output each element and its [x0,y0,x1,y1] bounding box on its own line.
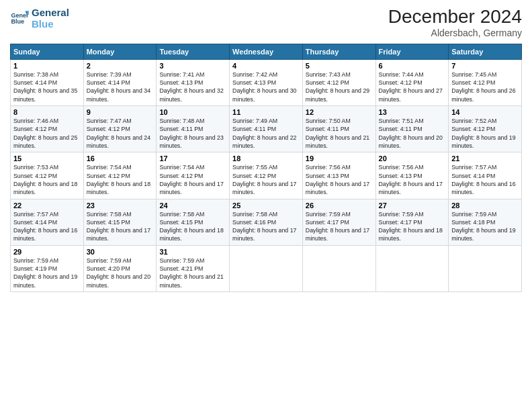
day-info: Sunrise: 7:44 AMSunset: 4:12 PMDaylight:… [379,71,443,103]
day-number: 4 [232,62,300,70]
day-cell: 16Sunrise: 7:54 AMSunset: 4:12 PMDayligh… [83,152,157,199]
day-number: 2 [87,62,154,70]
day-info: Sunrise: 7:39 AMSunset: 4:14 PMDaylight:… [87,71,150,103]
day-info: Sunrise: 7:58 AMSunset: 4:16 PMDaylight:… [232,211,296,242]
day-cell: 8Sunrise: 7:46 AMSunset: 4:12 PMDaylight… [11,106,84,152]
day-info: Sunrise: 7:54 AMSunset: 4:12 PMDaylight:… [87,164,150,195]
day-cell: 1Sunrise: 7:38 AMSunset: 4:14 PMDaylight… [11,59,84,105]
day-number: 5 [306,62,373,70]
day-info: Sunrise: 7:57 AMSunset: 4:14 PMDaylight:… [451,164,515,195]
day-info: Sunrise: 7:47 AMSunset: 4:12 PMDaylight:… [87,118,150,149]
day-number: 7 [451,62,519,70]
day-cell [302,245,375,291]
day-number: 24 [159,201,226,210]
day-number: 28 [451,201,519,210]
day-cell: 4Sunrise: 7:42 AMSunset: 4:13 PMDaylight… [230,59,303,105]
day-info: Sunrise: 7:54 AMSunset: 4:12 PMDaylight:… [159,164,223,195]
day-number: 6 [379,62,446,70]
day-number: 1 [13,62,81,70]
day-number: 10 [159,108,226,116]
day-cell [375,245,449,291]
day-cell [449,245,522,291]
day-info: Sunrise: 7:55 AMSunset: 4:12 PMDaylight:… [232,164,296,195]
day-cell: 9Sunrise: 7:47 AMSunset: 4:12 PMDaylight… [83,106,157,152]
main-title: December 2024 [388,7,522,28]
day-info: Sunrise: 7:45 AMSunset: 4:12 PMDaylight:… [451,71,515,103]
day-info: Sunrise: 7:38 AMSunset: 4:14 PMDaylight:… [13,71,77,103]
day-number: 12 [306,108,373,116]
day-number: 25 [232,201,300,210]
day-info: Sunrise: 7:59 AMSunset: 4:19 PMDaylight:… [13,257,77,289]
day-info: Sunrise: 7:50 AMSunset: 4:11 PMDaylight:… [306,118,369,149]
week-row-1: 1Sunrise: 7:38 AMSunset: 4:14 PMDaylight… [11,59,522,105]
day-cell: 25Sunrise: 7:58 AMSunset: 4:16 PMDayligh… [230,199,303,245]
calendar-table: SundayMondayTuesdayWednesdayThursdayFrid… [10,44,522,292]
day-info: Sunrise: 7:58 AMSunset: 4:15 PMDaylight:… [159,211,223,242]
day-info: Sunrise: 7:59 AMSunset: 4:21 PMDaylight:… [159,257,223,289]
header-row: SundayMondayTuesdayWednesdayThursdayFrid… [11,44,522,59]
day-number: 23 [87,201,154,210]
day-number: 16 [87,154,154,163]
day-cell: 2Sunrise: 7:39 AMSunset: 4:14 PMDaylight… [83,59,157,105]
header-thursday: Thursday [302,44,375,59]
day-cell: 27Sunrise: 7:59 AMSunset: 4:17 PMDayligh… [375,199,449,245]
day-info: Sunrise: 7:46 AMSunset: 4:12 PMDaylight:… [13,118,77,149]
day-cell: 22Sunrise: 7:57 AMSunset: 4:14 PMDayligh… [11,199,84,245]
week-row-5: 29Sunrise: 7:59 AMSunset: 4:19 PMDayligh… [11,245,522,291]
day-cell: 24Sunrise: 7:58 AMSunset: 4:15 PMDayligh… [157,199,230,245]
week-row-2: 8Sunrise: 7:46 AMSunset: 4:12 PMDaylight… [11,106,522,152]
day-info: Sunrise: 7:58 AMSunset: 4:15 PMDaylight:… [87,211,150,242]
day-cell: 7Sunrise: 7:45 AMSunset: 4:12 PMDaylight… [449,59,522,105]
day-cell: 6Sunrise: 7:44 AMSunset: 4:12 PMDaylight… [375,59,449,105]
day-number: 15 [13,154,81,163]
day-number: 19 [306,154,373,163]
day-info: Sunrise: 7:42 AMSunset: 4:13 PMDaylight:… [232,71,296,103]
day-cell: 3Sunrise: 7:41 AMSunset: 4:13 PMDaylight… [157,59,230,105]
week-row-3: 15Sunrise: 7:53 AMSunset: 4:12 PMDayligh… [11,152,522,199]
header: General Blue General Blue December 2024 … [10,7,522,38]
day-cell: 11Sunrise: 7:49 AMSunset: 4:11 PMDayligh… [230,106,303,152]
day-cell: 5Sunrise: 7:43 AMSunset: 4:12 PMDaylight… [302,59,375,105]
day-cell: 20Sunrise: 7:56 AMSunset: 4:13 PMDayligh… [375,152,449,199]
header-wednesday: Wednesday [230,44,303,59]
day-number: 31 [159,248,226,256]
day-cell: 23Sunrise: 7:58 AMSunset: 4:15 PMDayligh… [83,199,157,245]
day-cell: 29Sunrise: 7:59 AMSunset: 4:19 PMDayligh… [11,245,84,291]
day-number: 22 [13,201,81,210]
logo-line1: General [32,7,69,18]
day-info: Sunrise: 7:59 AMSunset: 4:18 PMDaylight:… [451,211,515,242]
week-row-4: 22Sunrise: 7:57 AMSunset: 4:14 PMDayligh… [11,199,522,245]
day-cell: 15Sunrise: 7:53 AMSunset: 4:12 PMDayligh… [11,152,84,199]
day-info: Sunrise: 7:53 AMSunset: 4:12 PMDaylight:… [13,164,77,195]
day-number: 9 [87,108,154,116]
day-cell: 12Sunrise: 7:50 AMSunset: 4:11 PMDayligh… [302,106,375,152]
day-number: 14 [451,108,519,116]
header-friday: Friday [375,44,449,59]
day-info: Sunrise: 7:52 AMSunset: 4:12 PMDaylight:… [451,118,515,149]
header-sunday: Sunday [11,44,84,59]
logo: General Blue General Blue [10,7,69,30]
day-cell: 17Sunrise: 7:54 AMSunset: 4:12 PMDayligh… [157,152,230,199]
day-info: Sunrise: 7:51 AMSunset: 4:11 PMDaylight:… [379,118,443,149]
day-number: 29 [13,248,81,256]
day-cell: 19Sunrise: 7:56 AMSunset: 4:13 PMDayligh… [302,152,375,199]
day-number: 20 [379,154,446,163]
day-info: Sunrise: 7:43 AMSunset: 4:12 PMDaylight:… [306,71,369,103]
day-number: 17 [159,154,226,163]
subtitle: Aldersbach, Germany [388,28,522,38]
day-cell: 26Sunrise: 7:59 AMSunset: 4:17 PMDayligh… [302,199,375,245]
day-info: Sunrise: 7:59 AMSunset: 4:17 PMDaylight:… [306,211,369,242]
day-info: Sunrise: 7:41 AMSunset: 4:13 PMDaylight:… [159,71,223,103]
header-monday: Monday [83,44,157,59]
day-info: Sunrise: 7:59 AMSunset: 4:17 PMDaylight:… [379,211,443,242]
day-cell: 10Sunrise: 7:48 AMSunset: 4:11 PMDayligh… [157,106,230,152]
day-number: 30 [87,248,154,256]
day-cell: 30Sunrise: 7:59 AMSunset: 4:20 PMDayligh… [83,245,157,291]
day-cell: 14Sunrise: 7:52 AMSunset: 4:12 PMDayligh… [449,106,522,152]
day-number: 26 [306,201,373,210]
svg-text:Blue: Blue [11,19,24,26]
day-number: 21 [451,154,519,163]
day-info: Sunrise: 7:56 AMSunset: 4:13 PMDaylight:… [306,164,369,195]
header-tuesday: Tuesday [157,44,230,59]
day-cell: 13Sunrise: 7:51 AMSunset: 4:11 PMDayligh… [375,106,449,152]
